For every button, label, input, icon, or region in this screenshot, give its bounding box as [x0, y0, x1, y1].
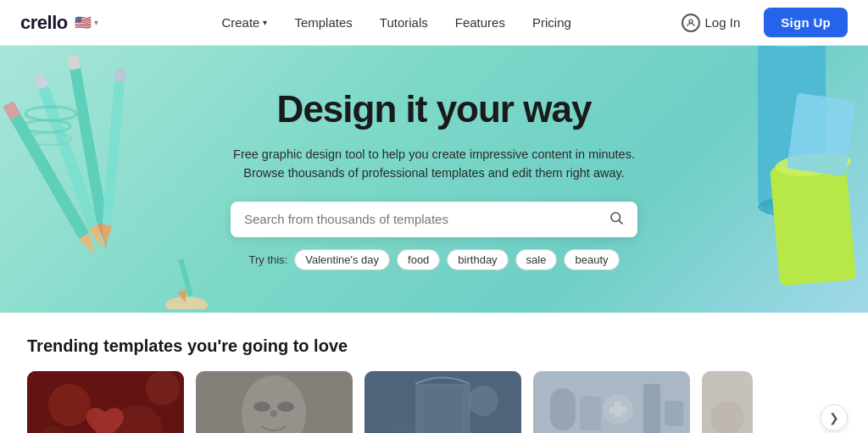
- card-overlay-partial: [702, 371, 753, 433]
- card-fashion-style[interactable]: Fashion & Style: [364, 371, 521, 433]
- nav-item-templates[interactable]: Templates: [282, 8, 364, 36]
- tag-food[interactable]: food: [397, 249, 440, 270]
- card-partial[interactable]: [702, 371, 753, 433]
- card-overlay-valentine: [27, 371, 184, 433]
- trending-cards-row: Saint Valentine's Day Beauty: [27, 371, 841, 433]
- trending-section-title: Trending templates you're going to love: [27, 336, 841, 356]
- nav-item-tutorials[interactable]: Tutorials: [368, 8, 440, 36]
- chevron-right-icon: ❯: [829, 411, 839, 425]
- next-cards-button[interactable]: ❯: [821, 404, 848, 431]
- nav-item-pricing[interactable]: Pricing: [520, 8, 583, 36]
- navbar-actions: Log In Sign Up: [668, 7, 848, 39]
- tag-birthday[interactable]: birthday: [447, 249, 508, 270]
- card-beauty[interactable]: Beauty: [196, 371, 353, 433]
- hero-section: Design it your way Free graphic design t…: [0, 46, 868, 313]
- svg-rect-9: [68, 55, 81, 70]
- svg-rect-10: [102, 69, 125, 225]
- signup-button[interactable]: Sign Up: [764, 8, 848, 37]
- user-icon: [682, 14, 700, 32]
- svg-rect-12: [114, 69, 125, 82]
- brand-logo: crello: [20, 12, 68, 34]
- nav-item-create[interactable]: Create ▾: [209, 8, 279, 36]
- search-input[interactable]: [244, 212, 609, 226]
- svg-point-0: [689, 19, 693, 23]
- nav-item-features[interactable]: Features: [443, 8, 517, 36]
- hero-title: Design it your way: [231, 88, 637, 131]
- main-nav: Create ▾ Templates Tutorials Features Pr…: [125, 8, 668, 36]
- flag-icon: 🇺🇸: [75, 14, 92, 31]
- tag-valentines-day[interactable]: Valentine's day: [294, 249, 390, 270]
- svg-point-25: [611, 213, 620, 222]
- svg-rect-21: [787, 93, 856, 177]
- card-overlay-beauty: [196, 371, 353, 433]
- svg-line-26: [619, 220, 622, 224]
- navbar: crello 🇺🇸 ▾ Create ▾ Templates Tutorials…: [0, 0, 868, 46]
- language-selector[interactable]: 🇺🇸 ▾: [75, 14, 98, 31]
- card-valentines-day[interactable]: Saint Valentine's Day: [27, 371, 184, 433]
- try-this-section: Try this: Valentine's day food birthday …: [231, 249, 637, 270]
- chevron-down-icon: ▾: [94, 18, 98, 27]
- card-overlay-healthcare: [533, 371, 690, 433]
- search-icon[interactable]: [609, 210, 624, 229]
- brand: crello 🇺🇸 ▾: [20, 12, 98, 34]
- login-button[interactable]: Log In: [668, 7, 754, 39]
- tag-sale[interactable]: sale: [515, 249, 558, 270]
- svg-rect-19: [770, 161, 856, 286]
- search-bar: [231, 202, 637, 237]
- hero-content: Design it your way Free graphic design t…: [231, 88, 637, 270]
- card-healthcare-medical[interactable]: Healthcare & Medical: [533, 371, 690, 433]
- hero-decoration-right: [682, 46, 868, 313]
- tag-beauty[interactable]: beauty: [564, 249, 619, 270]
- hero-hand-decoration: [153, 241, 220, 313]
- card-overlay-fashion: [364, 371, 521, 433]
- hero-subtitle: Free graphic design tool to help you cre…: [231, 145, 637, 183]
- svg-point-22: [165, 297, 208, 309]
- trending-section: Trending templates you're going to love …: [0, 313, 868, 433]
- create-caret-icon: ▾: [263, 18, 267, 27]
- try-this-label: Try this:: [248, 253, 287, 266]
